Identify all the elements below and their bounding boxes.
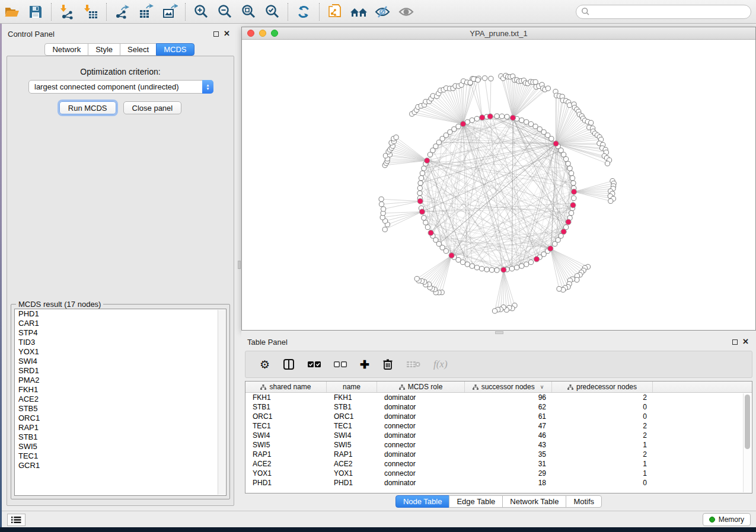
graph-hub-node[interactable] bbox=[501, 267, 506, 273]
graph-hub-node[interactable] bbox=[510, 115, 515, 120]
split-columns-icon[interactable] bbox=[283, 358, 295, 370]
table-row[interactable]: ACE2ACE2connector311 bbox=[245, 459, 752, 469]
table-row[interactable]: SWI5SWI5connector431 bbox=[245, 440, 752, 450]
graph-node[interactable] bbox=[519, 264, 524, 268]
graph-node[interactable] bbox=[546, 86, 550, 91]
scrollbar-thumb[interactable] bbox=[745, 395, 750, 449]
graph-node[interactable] bbox=[569, 211, 574, 216]
splitter-grip[interactable] bbox=[495, 331, 503, 334]
table-row[interactable]: FKH1FKH1dominator962 bbox=[245, 393, 752, 402]
graph-node[interactable] bbox=[559, 148, 563, 153]
save-icon[interactable] bbox=[24, 2, 47, 22]
graph-hub-node[interactable] bbox=[534, 257, 539, 262]
graph-node[interactable] bbox=[465, 262, 470, 267]
tab-mcds[interactable]: MCDS bbox=[156, 43, 194, 56]
mcds-result-item[interactable]: YOX1 bbox=[15, 347, 226, 357]
mcds-result-item[interactable]: ACE2 bbox=[15, 395, 226, 404]
network-graph[interactable] bbox=[242, 40, 755, 330]
graph-node[interactable] bbox=[519, 118, 524, 123]
deselect-checkboxes-icon[interactable] bbox=[334, 361, 347, 368]
tab-select[interactable]: Select bbox=[120, 43, 157, 56]
graph-hub-node[interactable] bbox=[561, 229, 566, 234]
graph-hub-node[interactable] bbox=[449, 253, 454, 258]
graph-node[interactable] bbox=[428, 152, 432, 157]
graph-hub-node[interactable] bbox=[571, 189, 576, 194]
table-row[interactable]: SWI4SWI4dominator462 bbox=[245, 431, 752, 440]
mcds-result-item[interactable]: STB5 bbox=[15, 404, 226, 414]
graph-node[interactable] bbox=[484, 267, 489, 272]
memory-button[interactable]: Memory bbox=[703, 513, 751, 526]
mcds-result-item[interactable]: CAR1 bbox=[15, 319, 226, 328]
graph-node[interactable] bbox=[489, 268, 494, 273]
zoom-out-icon[interactable] bbox=[213, 2, 237, 22]
graph-hub-node[interactable] bbox=[460, 121, 465, 127]
graph-node[interactable] bbox=[379, 202, 384, 207]
tab-edge-table[interactable]: Edge Table bbox=[449, 495, 503, 508]
search-field[interactable] bbox=[576, 5, 751, 19]
network-file-icon[interactable] bbox=[323, 2, 347, 22]
mcds-result-item[interactable]: RAP1 bbox=[15, 423, 226, 432]
graph-node[interactable] bbox=[452, 127, 457, 132]
table-row[interactable]: ORC1ORC1dominator610 bbox=[245, 412, 752, 421]
select-all-checkboxes-icon[interactable] bbox=[308, 361, 321, 368]
open-folder-icon[interactable] bbox=[0, 2, 24, 22]
column-header-name[interactable]: name bbox=[327, 382, 377, 392]
graph-node[interactable] bbox=[495, 268, 499, 273]
table-row[interactable]: YOX1YOX1connector291 bbox=[245, 469, 752, 478]
column-header-shared-name[interactable]: shared name bbox=[245, 382, 327, 392]
graph-hub-node[interactable] bbox=[428, 230, 433, 235]
delete-table-icon[interactable] bbox=[406, 360, 420, 368]
export-table-icon[interactable] bbox=[134, 2, 158, 22]
graph-node[interactable] bbox=[476, 78, 480, 82]
mcds-result-item[interactable]: SRD1 bbox=[15, 366, 226, 376]
graph-hub-node[interactable] bbox=[566, 219, 571, 225]
graph-node[interactable] bbox=[570, 176, 575, 181]
graph-node[interactable] bbox=[515, 265, 519, 270]
graph-node[interactable] bbox=[509, 266, 514, 271]
export-network-icon[interactable] bbox=[110, 2, 134, 22]
table-scrollbar[interactable] bbox=[743, 393, 751, 492]
graph-node[interactable] bbox=[418, 181, 423, 185]
graph-node[interactable] bbox=[474, 265, 479, 270]
optimization-criterion-dropdown[interactable]: largest connected component (undirected)… bbox=[28, 80, 213, 94]
graph-node[interactable] bbox=[575, 277, 579, 282]
float-panel-icon[interactable] bbox=[732, 339, 738, 345]
graph-node[interactable] bbox=[567, 102, 572, 107]
graph-node[interactable] bbox=[420, 171, 425, 175]
import-network-icon[interactable] bbox=[55, 2, 79, 22]
mcds-result-item[interactable]: PHD1 bbox=[15, 309, 226, 319]
graph-node[interactable] bbox=[460, 260, 465, 265]
graph-node[interactable] bbox=[572, 196, 576, 200]
column-header-predecessor-nodes[interactable]: predecessor nodes bbox=[552, 382, 653, 392]
refresh-icon[interactable] bbox=[292, 2, 315, 22]
mcds-result-item[interactable]: STB1 bbox=[15, 432, 226, 442]
graph-node[interactable] bbox=[470, 264, 474, 268]
hide-panels-eye-icon[interactable] bbox=[371, 2, 394, 22]
graph-node[interactable] bbox=[492, 309, 497, 313]
mcds-result-item[interactable]: TID3 bbox=[15, 338, 226, 347]
graph-hub-node[interactable] bbox=[487, 114, 493, 119]
graph-node[interactable] bbox=[569, 171, 574, 175]
mcds-result-item[interactable]: PMA2 bbox=[15, 376, 226, 385]
graph-hub-node[interactable] bbox=[553, 141, 559, 146]
graph-node[interactable] bbox=[608, 198, 613, 203]
graph-node[interactable] bbox=[423, 220, 428, 225]
graph-node[interactable] bbox=[533, 79, 538, 84]
graph-node[interactable] bbox=[425, 225, 430, 229]
graph-node[interactable] bbox=[566, 161, 570, 166]
graph-node[interactable] bbox=[553, 242, 557, 246]
table-row[interactable]: RAP1RAP1dominator352 bbox=[245, 450, 752, 459]
graph-node[interactable] bbox=[470, 118, 474, 123]
mcds-list-scrollbar[interactable] bbox=[218, 310, 225, 495]
task-history-button[interactable] bbox=[7, 514, 25, 526]
graph-node[interactable] bbox=[589, 120, 594, 125]
tab-motifs[interactable]: Motifs bbox=[566, 495, 602, 508]
search-input[interactable] bbox=[590, 8, 746, 16]
mcds-result-item[interactable]: SWI4 bbox=[15, 357, 226, 366]
import-table-icon[interactable] bbox=[79, 2, 103, 22]
tab-network-table[interactable]: Network Table bbox=[502, 495, 566, 508]
graph-hub-node[interactable] bbox=[570, 203, 576, 208]
table-row[interactable]: TEC1TEC1connector472 bbox=[245, 421, 752, 431]
vertical-splitter[interactable] bbox=[237, 27, 241, 511]
function-builder-icon[interactable]: f(x) bbox=[433, 358, 448, 370]
